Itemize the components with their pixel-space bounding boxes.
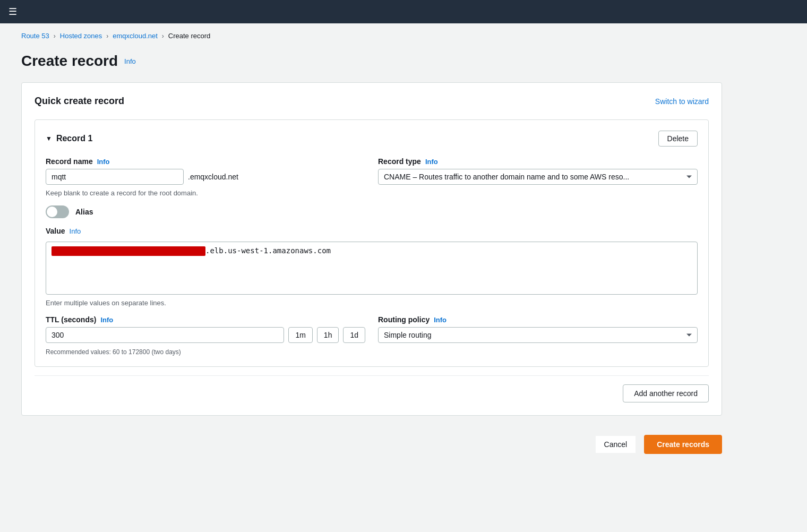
breadcrumb-route53[interactable]: Route 53 <box>21 32 49 40</box>
routing-policy-select[interactable]: Simple routing <box>378 327 698 343</box>
ttl-group: TTL (seconds) Info 1m 1h 1d Recommended … <box>46 315 365 356</box>
routing-policy-info-link[interactable]: Info <box>434 316 447 324</box>
breadcrumb-current: Create record <box>168 32 210 40</box>
routing-policy-value: Simple routing <box>384 331 680 339</box>
record-name-input[interactable] <box>46 169 184 185</box>
breadcrumb-sep-1: › <box>54 32 56 40</box>
value-textarea-container[interactable]: .elb.us-west-1.amazonaws.com <box>51 246 692 256</box>
value-highlighted-prefix <box>51 246 205 256</box>
value-label: Value <box>46 227 65 235</box>
ttl-label: TTL (seconds) <box>46 315 96 324</box>
record-1-section: ▼ Record 1 Delete Record name Info .emqx… <box>35 119 709 367</box>
ttl-info-link[interactable]: Info <box>100 316 113 324</box>
alias-label: Alias <box>75 208 93 216</box>
alias-toggle-thumb <box>47 207 57 217</box>
record-type-chevron-icon <box>686 176 692 178</box>
page-title: Create record <box>21 53 118 70</box>
ttl-input[interactable] <box>46 327 284 343</box>
value-hint: Enter multiple values on separate lines. <box>46 299 698 307</box>
record-type-select[interactable]: CNAME – Routes traffic to another domain… <box>378 169 698 185</box>
routing-policy-group: Routing policy Info Simple routing <box>378 315 698 356</box>
record-type-label: Record type <box>378 157 421 166</box>
breadcrumb-sep-2: › <box>106 32 108 40</box>
value-info-link[interactable]: Info <box>70 227 81 235</box>
create-records-button[interactable]: Create records <box>644 435 722 454</box>
footer-actions: Cancel Create records <box>21 424 722 465</box>
alias-toggle[interactable] <box>46 205 69 218</box>
value-suffix-text: .elb.us-west-1.amazonaws.com <box>205 246 331 255</box>
record-chevron-icon[interactable]: ▼ <box>46 135 52 142</box>
ttl-1d-button[interactable]: 1d <box>343 327 365 343</box>
record-type-value: CNAME – Routes traffic to another domain… <box>384 173 680 181</box>
routing-policy-label: Routing policy <box>378 315 430 324</box>
hamburger-menu-icon[interactable]: ☰ <box>8 6 17 18</box>
cancel-button[interactable]: Cancel <box>596 436 636 453</box>
delete-record-button[interactable]: Delete <box>658 131 698 147</box>
card-title: Quick create record <box>35 96 124 107</box>
ttl-1h-button[interactable]: 1h <box>317 327 339 343</box>
page-info-link[interactable]: Info <box>124 57 136 65</box>
record-name-info-link[interactable]: Info <box>97 158 110 166</box>
record-name-hint: Keep blank to create a record for the ro… <box>46 189 365 197</box>
ttl-1m-button[interactable]: 1m <box>288 327 312 343</box>
breadcrumb-hosted-zones[interactable]: Hosted zones <box>60 32 102 40</box>
record-type-info-link[interactable]: Info <box>425 158 438 166</box>
record-1-label: Record 1 <box>56 134 92 143</box>
add-another-record-button[interactable]: Add another record <box>623 384 709 402</box>
switch-to-wizard-button[interactable]: Switch to wizard <box>655 97 709 106</box>
record-name-label: Record name <box>46 157 93 166</box>
record-type-group: Record type Info CNAME – Routes traffic … <box>378 157 698 197</box>
ttl-hint: Recommended values: 60 to 172800 (two da… <box>46 348 365 356</box>
domain-suffix-label: .emqxcloud.net <box>188 173 238 181</box>
value-group: Value Info .elb.us-west-1.amazonaws.com … <box>46 227 698 307</box>
quick-create-card: Quick create record Switch to wizard ▼ R… <box>21 82 722 416</box>
breadcrumb-sep-3: › <box>162 32 164 40</box>
breadcrumb: Route 53 › Hosted zones › emqxcloud.net … <box>21 23 722 44</box>
breadcrumb-domain[interactable]: emqxcloud.net <box>113 32 158 40</box>
record-name-group: Record name Info .emqxcloud.net Keep bla… <box>46 157 365 197</box>
routing-policy-chevron-icon <box>686 334 692 337</box>
